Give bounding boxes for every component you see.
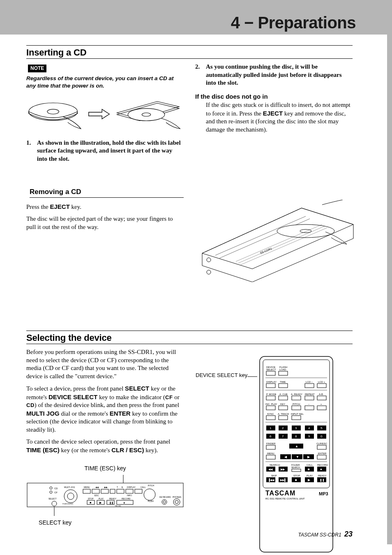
svg-point-50 — [175, 500, 178, 504]
svg-text:▼: ▼ — [296, 455, 299, 459]
svg-text:STOP: STOP — [88, 497, 94, 500]
svg-text:PUSH ENTER: PUSH ENTER — [62, 503, 73, 505]
step-text: As shown in the illustration, hold the d… — [37, 139, 184, 163]
subsection-heading: Removing a CD — [30, 187, 184, 197]
svg-text:T: T — [117, 486, 118, 488]
svg-point-2 — [128, 109, 165, 121]
svg-text:DISPLAY: DISPLAY — [266, 381, 277, 383]
front-panel-icon: CD CF MULTI JOG MENU ◀◀ ▶▶ T E. — [26, 475, 184, 516]
svg-text:ESC: ESC — [95, 494, 99, 497]
svg-point-49 — [173, 499, 180, 505]
svg-rect-60 — [266, 371, 275, 375]
svg-rect-89 — [292, 406, 301, 410]
svg-text:READY: READY — [318, 474, 327, 477]
svg-text:RECORD: RECORD — [317, 464, 328, 466]
callout-line-icon — [247, 375, 257, 379]
svg-text:1: 1 — [270, 426, 272, 430]
svg-text:ENTER: ENTER — [318, 452, 327, 455]
page-title: 4 − Preparations — [231, 14, 356, 32]
svg-rect-83 — [317, 396, 326, 400]
svg-point-1 — [47, 109, 59, 114]
svg-rect-93 — [317, 406, 326, 410]
svg-text:REPEAT: REPEAT — [305, 393, 315, 395]
header-banner: 4 − Preparations — [0, 0, 392, 35]
svg-text:A. READY: A. READY — [291, 393, 302, 395]
svg-rect-99 — [292, 416, 301, 420]
svg-text:INFO: INFO — [127, 494, 132, 497]
step-1: 1. As shown in the illustration, hold th… — [26, 139, 184, 163]
svg-text:INPUT SEL: INPUT SEL — [291, 413, 304, 415]
svg-rect-126 — [317, 445, 326, 449]
svg-rect-95 — [266, 416, 275, 420]
svg-text:SELECT: SELECT — [48, 497, 56, 500]
svg-rect-87 — [279, 406, 288, 410]
svg-text:▶▶: ▶▶ — [281, 468, 285, 471]
svg-rect-70 — [305, 384, 314, 388]
svg-rect-122 — [266, 445, 275, 449]
svg-text:PITCH: PITCH — [293, 403, 300, 405]
step-2: 2. As you continue pushing the disc, it … — [195, 63, 353, 87]
svg-text:MENU: MENU — [267, 452, 274, 455]
svg-text:■: ■ — [90, 501, 91, 504]
svg-rect-26 — [135, 489, 142, 493]
paragraph: To cancel the device select operation, p… — [26, 438, 184, 454]
svg-text:▶: ▶ — [307, 455, 310, 459]
svg-text:STOP: STOP — [293, 474, 300, 477]
svg-text:●: ● — [123, 501, 125, 504]
svg-text:LOAD: LOAD — [279, 368, 286, 371]
svg-rect-77 — [279, 396, 288, 400]
svg-text:MENU: MENU — [84, 486, 90, 488]
svg-text:A. TRACK: A. TRACK — [278, 413, 289, 415]
svg-text:2: 2 — [282, 426, 284, 430]
svg-text:P. MODE: P. MODE — [266, 393, 277, 395]
svg-text:INC. PLAY: INC. PLAY — [265, 403, 277, 405]
svg-text:PITCH: PITCH — [148, 484, 154, 487]
paragraph: To select a device, press the front pane… — [26, 384, 184, 434]
svg-text:RC-SS1 REMOTE CONTROL UNIT: RC-SS1 REMOTE CONTROL UNIT — [265, 497, 305, 500]
svg-text:KEY: KEY — [280, 403, 285, 405]
paragraph: The disc will be ejected part of the way… — [26, 215, 184, 231]
svg-text:TIME: TIME — [280, 381, 286, 383]
svg-point-12 — [67, 493, 74, 500]
svg-text:▶: ▶ — [99, 501, 102, 504]
svg-text:SEARCH: SEARCH — [291, 466, 300, 469]
svg-text:6: 6 — [270, 435, 272, 438]
svg-text:CALL: CALL — [307, 464, 313, 466]
svg-text:LCD +: LCD + — [318, 381, 325, 383]
front-panel-figure: TIME (ESC) key CD CF MULTI JOG — [26, 465, 184, 527]
svg-rect-75 — [266, 396, 275, 400]
svg-rect-128 — [317, 455, 326, 459]
svg-rect-24 — [117, 489, 124, 493]
svg-text:◀◀: ◀◀ — [95, 486, 99, 488]
subsection-title: Removing a CD — [30, 188, 81, 196]
paragraph: Press the EJECT key. — [26, 203, 184, 211]
svg-text:4: 4 — [308, 426, 310, 430]
svg-text:TASCAM: TASCAM — [265, 490, 295, 497]
svg-text:FINDER: FINDER — [266, 442, 276, 445]
step-number: 1. — [26, 139, 37, 163]
cd-player-icon: SS-CDR1 — [199, 200, 355, 282]
svg-text:MULTI JOG: MULTI JOG — [64, 486, 75, 488]
svg-text:CD: CD — [54, 487, 58, 490]
svg-text:❚❚: ❚❚ — [109, 502, 113, 504]
svg-text:SYNC: SYNC — [267, 413, 274, 415]
select-callout: SELECT key — [26, 519, 84, 527]
svg-point-6 — [50, 487, 52, 489]
section-heading: Selecting the device — [26, 331, 353, 344]
paragraph: Before you perform operations using the … — [26, 348, 184, 380]
svg-rect-21 — [92, 489, 99, 493]
svg-text:▶▶: ▶▶ — [104, 486, 108, 488]
svg-text:KEYBOARD: KEYBOARD — [159, 496, 171, 498]
svg-text:3: 3 — [295, 426, 297, 430]
svg-rect-63 — [279, 371, 288, 375]
svg-text:CF: CF — [54, 491, 58, 494]
svg-rect-79 — [292, 396, 301, 400]
svg-text:DISPLAY: DISPLAY — [127, 486, 136, 488]
thumb-tab — [387, 35, 392, 544]
svg-text:LCD –: LCD – — [306, 381, 313, 383]
svg-text:■: ■ — [295, 478, 297, 482]
svg-rect-124 — [266, 455, 275, 459]
svg-text:CLR/ESC: CLR/ESC — [316, 442, 327, 445]
svg-point-47 — [163, 501, 166, 503]
svg-text:5: 5 — [321, 426, 323, 430]
